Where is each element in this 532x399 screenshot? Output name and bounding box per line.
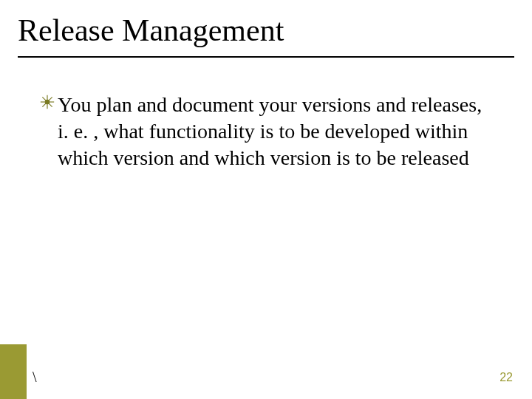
slide-title: Release Management xyxy=(0,0,532,53)
bullet-text: You plan and document your versions and … xyxy=(58,93,482,169)
bullet-item: You plan and document your versions and … xyxy=(58,92,488,171)
accent-bar xyxy=(0,344,27,399)
slide: Release Management You plan and document… xyxy=(0,0,532,399)
bullet-star-icon xyxy=(40,95,55,109)
slide-body: You plan and document your versions and … xyxy=(0,58,532,171)
page-number: 22 xyxy=(499,371,513,384)
footer-mark: \ xyxy=(33,369,37,386)
